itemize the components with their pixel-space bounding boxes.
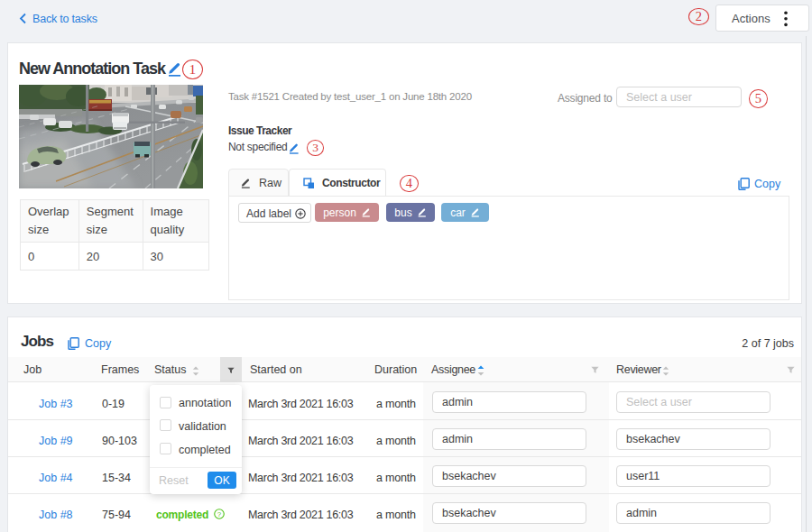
svg-text:?: ? (217, 510, 222, 518)
